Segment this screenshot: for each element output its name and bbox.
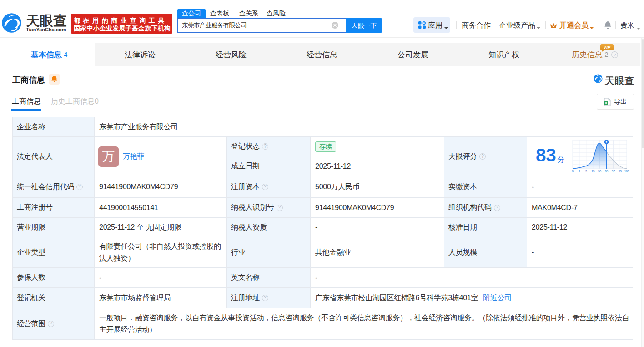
svg-text:X: X [605, 101, 607, 105]
svg-text:99: 99 [619, 170, 622, 173]
svg-text:85: 85 [605, 170, 609, 173]
svg-text:50: 50 [598, 170, 602, 173]
svg-text:?: ? [614, 52, 616, 57]
svg-text:15: 15 [591, 170, 595, 173]
svg-text:1: 1 [579, 170, 580, 173]
svg-text:3: 3 [585, 170, 587, 173]
svg-text:97: 97 [612, 170, 615, 173]
svg-text:0: 0 [572, 170, 574, 173]
svg-text:100: 100 [624, 170, 629, 173]
